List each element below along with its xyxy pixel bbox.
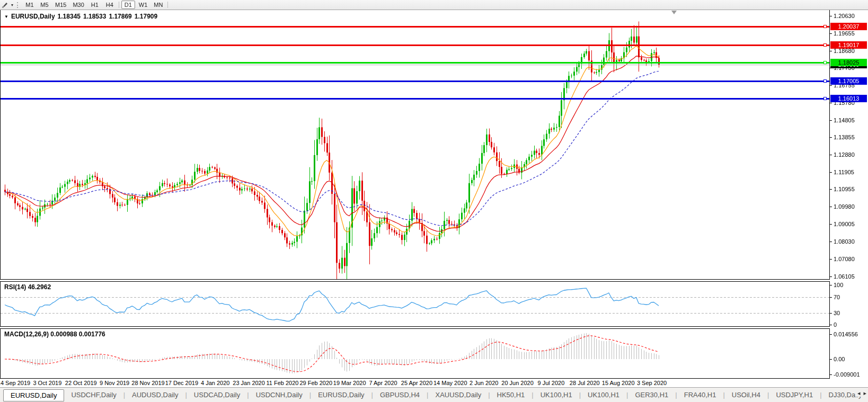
axis-tick — [830, 374, 832, 375]
axis-tick — [830, 359, 832, 360]
timeframe-button-h4[interactable]: H4 — [103, 1, 117, 9]
date-label: 4 Jan 2020 — [201, 380, 229, 386]
rsi-tick-label: 0 — [834, 321, 837, 328]
main-chart-canvas[interactable] — [1, 10, 829, 279]
chart-tab-usoil-h4[interactable]: USOil,H4 — [725, 389, 767, 400]
price-tick-label: 1.10955 — [834, 186, 855, 192]
price-badge: 1.20037 — [830, 23, 867, 30]
axis-tick — [830, 33, 832, 34]
chart-tab-bar: EURUSD,DailyUSDCHF,Daily|AUDUSD,Daily|US… — [0, 387, 868, 402]
macd-tick-label: 0.014556 — [834, 331, 858, 337]
chart-tab-usdcad-daily[interactable]: USDCAD,Daily — [187, 389, 247, 400]
date-label: 28 Jul 2020 — [570, 380, 600, 386]
chart-tab-uk100-h1[interactable]: UK100,H1 — [534, 389, 579, 400]
axis-tick — [830, 16, 832, 16]
date-label: 3 Oct 2019 — [33, 380, 61, 386]
axis-tick — [830, 285, 832, 285]
price-tick-label: 1.13855 — [834, 134, 855, 140]
axis-tick — [830, 259, 832, 260]
price-tick-label: 1.20630 — [834, 13, 855, 19]
chart-tab-usdjpy-h1[interactable]: USDJPY,H1 — [769, 389, 820, 400]
date-label: 9 Nov 2019 — [100, 380, 129, 386]
date-label: 29 Feb 2020 — [299, 380, 332, 386]
price-badge: 1.16013 — [830, 95, 867, 102]
price-tick-label: 1.08030 — [834, 238, 855, 245]
price-tick-label: 1.06105 — [834, 273, 855, 280]
drawing-tool-icon[interactable] — [0, 1, 10, 9]
ohlc-low: 1.17869 — [109, 13, 131, 20]
date-label: 23 Jan 2020 — [233, 380, 265, 386]
chart-tab-ger30-h1[interactable]: GER30,H1 — [628, 389, 675, 400]
axis-tick — [830, 276, 832, 277]
chart-tab-fra40-h1[interactable]: FRA40,H1 — [677, 389, 723, 400]
timeframe-button-m1[interactable]: M1 — [23, 1, 37, 9]
chart-tab-audusd-daily[interactable]: AUDUSD,Daily — [125, 389, 185, 400]
macd-chart-canvas[interactable] — [1, 329, 829, 378]
axis-tick — [830, 297, 832, 298]
date-label: 7 Apr 2020 — [369, 380, 397, 386]
timeframe-button-m15[interactable]: M15 — [52, 1, 69, 9]
price-tick-label: 1.18680 — [834, 48, 855, 54]
chart-tab-usdcnh-daily[interactable]: USDCNH,Daily — [249, 389, 309, 400]
date-label: 22 Oct 2019 — [65, 380, 97, 386]
rsi-pane — [0, 281, 830, 327]
toolbar-separator — [119, 2, 119, 8]
price-tick-label: 1.11905 — [834, 169, 854, 175]
macd-tick-label: -0.009001 — [834, 371, 860, 378]
macd-tick-label: 0.00 — [834, 356, 845, 362]
timeframe-button-h1[interactable]: H1 — [88, 1, 102, 9]
price-tick-label: 1.07080 — [834, 256, 855, 262]
chart-tab-xauusd-daily[interactable]: XAUUSD,Daily — [428, 389, 488, 400]
axis-tick — [830, 155, 832, 155]
axis-tick — [830, 137, 832, 138]
axis-tick — [830, 51, 832, 51]
chart-tab-eurusd-daily[interactable]: EURUSD,Daily — [311, 389, 371, 400]
macd-pane — [0, 328, 830, 379]
rsi-tick-label: 30 — [834, 310, 840, 316]
date-label: 11 Feb 2020 — [266, 380, 298, 386]
symbol-label: EURUSD,Daily — [11, 13, 55, 20]
tool-dropdown-icon[interactable]: ▾ — [10, 3, 15, 7]
timeframe-button-w1[interactable]: W1 — [136, 1, 150, 9]
chart-header: ▼ EURUSD,Daily 1.18345 1.18533 1.17869 1… — [4, 13, 157, 20]
axis-tick — [830, 242, 832, 242]
axis-tick — [830, 189, 832, 190]
price-badge: 1.17909 — [830, 61, 867, 68]
timeframe-button-m5[interactable]: M5 — [38, 1, 51, 9]
chart-shift-marker[interactable] — [671, 11, 677, 14]
axis-tick — [830, 85, 832, 86]
chart-tab-usdchf-daily[interactable]: USDCHF,Daily — [64, 389, 123, 400]
timeframe-button-m30[interactable]: M30 — [70, 1, 86, 9]
axis-tick — [830, 334, 832, 335]
toolbar-grip — [17, 2, 20, 8]
rsi-chart-canvas[interactable] — [1, 282, 829, 326]
axis-tick — [830, 172, 832, 173]
price-tick-label: 1.14805 — [834, 117, 855, 123]
axis-tick — [830, 68, 832, 68]
axis-tick — [830, 120, 832, 121]
tab-scroll-right-icon[interactable]: ▸ — [863, 390, 866, 397]
main-chart-pane — [0, 10, 830, 280]
date-label: 19 Mar 2020 — [333, 380, 366, 386]
tab-scroll-left-icon[interactable]: ◂ — [857, 390, 861, 397]
axis-tick — [830, 103, 832, 103]
date-label: 2 Jun 2020 — [470, 380, 498, 386]
timeframe-toolbar: ▾ M1M5M15M30H1H4D1W1MN — [0, 0, 868, 10]
symbol-dropdown-icon[interactable]: ▼ — [4, 14, 8, 19]
date-label: 9 Jul 2020 — [538, 380, 565, 386]
macd-indicator-label: MACD(12,26,9) 0.000988 0.001776 — [4, 330, 105, 338]
chart-tab-eurusd-daily[interactable]: EURUSD,Daily — [3, 389, 64, 401]
timeframe-button-mn[interactable]: MN — [151, 1, 165, 9]
price-tick-label: 1.17730 — [834, 65, 855, 71]
chart-tab-uk100-h1[interactable]: UK100,H1 — [581, 389, 626, 400]
mt4-window: ▾ M1M5M15M30H1H4D1W1MN ▼ EURUSD,Daily 1.… — [0, 0, 868, 402]
date-axis[interactable]: 14 Sep 20193 Oct 201922 Oct 20199 Nov 20… — [0, 379, 868, 387]
price-tick-label: 1.09005 — [834, 221, 855, 227]
price-tick-label: 1.09980 — [834, 203, 855, 210]
axis-tick — [830, 207, 832, 207]
ohlc-close: 1.17909 — [135, 13, 157, 20]
chart-tab-gbpusd-h4[interactable]: GBPUSD,H4 — [373, 389, 427, 400]
timeframe-button-d1[interactable]: D1 — [121, 1, 135, 9]
chart-tab-hk50-h1[interactable]: HK50,H1 — [490, 389, 532, 400]
rsi-tick-label: 70 — [834, 294, 840, 300]
